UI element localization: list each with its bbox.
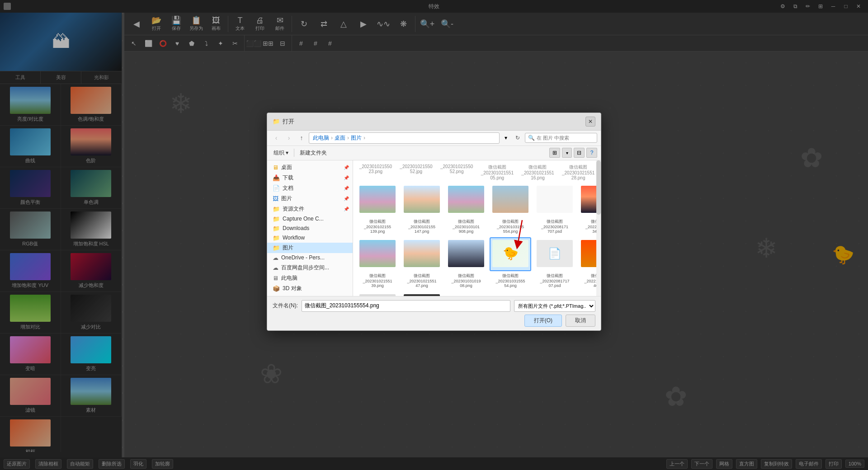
tree-item-thispc[interactable]: 🖥 此电脑	[267, 273, 353, 283]
tree-item-desktop[interactable]: 🖥 桌面 📌	[267, 162, 353, 173]
dialog-titlebar: 📁 打开 ✕	[267, 113, 601, 131]
tree-icon-onedrive: ☁	[273, 254, 278, 261]
tree-item-pictures-folder[interactable]: 📁 图片	[267, 243, 353, 253]
tree-icon-pictures: 🖼	[273, 195, 278, 202]
nav-path-bar: 此电脑 › 桌面 › 图片 ›	[309, 132, 500, 144]
file-header-3: _20230102155052.png	[438, 164, 476, 180]
tree-pin-desktop: 📌	[344, 165, 349, 170]
tree-item-captureone[interactable]: 📁 Capture One C...	[267, 214, 353, 224]
file-thumb-14: ⌨	[404, 294, 440, 296]
tree-item-pictures[interactable]: 🖼 图片 📌	[267, 193, 353, 204]
tree-icon-downloads-folder: 📁	[273, 225, 280, 232]
dialog-title-text: 打开	[283, 118, 294, 126]
tree-item-downloads-folder[interactable]: 📁 Downloads	[267, 224, 353, 233]
nav-back-btn[interactable]: ‹	[271, 132, 282, 143]
path-pictures[interactable]: 图片	[351, 134, 362, 142]
file-header-6: 微信截图_20230102155128.png	[559, 164, 597, 180]
tree-label-baidu: 百度网盘同步空间...	[281, 264, 329, 272]
file-thumb-4	[492, 186, 528, 213]
tree-item-3d[interactable]: 📦 3D 对象	[267, 283, 353, 294]
file-item-13[interactable]: 🖼	[357, 291, 398, 296]
file-label-r2-5: 微信截图_20230208171707.psd	[534, 273, 576, 288]
tree-item-documents[interactable]: 📄 文档 📌	[267, 183, 353, 193]
dialog-bottom: 文件名(N): 所有图片文件 (*.pfd;*.PTImag... 打开(O) …	[267, 296, 601, 330]
organize-btn[interactable]: 组织 ▾	[271, 148, 291, 158]
tree-icon-desktop: 🖥	[273, 164, 278, 171]
dialog-navbar: ‹ › ↑ 此电脑 › 桌面 › 图片 › ▾ ↻ 🔍	[267, 131, 601, 146]
tree-item-onedrive[interactable]: ☁ OneDrive - Pers...	[267, 253, 353, 263]
tree-icon-video: 📹	[273, 296, 280, 296]
file-item-10-selected[interactable]: 🐤	[490, 237, 531, 271]
file-label-r2-1: 微信截图_20230102155139.png	[357, 273, 398, 288]
dialog-files-panel: _20230102155023.png _20230102155052.jpg …	[353, 160, 601, 296]
cancel-btn[interactable]: 取消	[566, 315, 595, 327]
search-input[interactable]	[537, 135, 594, 141]
file-item-11[interactable]: 📄	[534, 237, 576, 271]
search-box[interactable]: 🔍	[525, 133, 597, 143]
file-item-14[interactable]: ⌨	[401, 291, 443, 296]
tree-icon-downloads: 📥	[273, 174, 280, 181]
tree-pin-resources: 📌	[344, 207, 349, 212]
tree-label-resources: 资源文件	[283, 205, 304, 213]
file-thumb-11: 📄	[537, 240, 573, 267]
tree-item-workflow[interactable]: 📁 Workflow	[267, 233, 353, 243]
file-item-7[interactable]	[357, 237, 398, 271]
tree-icon-resources: 📁	[273, 206, 280, 212]
filetype-select[interactable]: 所有图片文件 (*.pfd;*.PTImag...	[514, 300, 595, 312]
path-dropdown-btn[interactable]: ▾	[501, 132, 510, 143]
dialog-tree-panel: 🖥 桌面 📌 📥 下载 📌 📄 文档 📌 🖼 图片 📌	[267, 160, 353, 296]
tree-label-video: 视频	[283, 295, 293, 296]
scrollbar-track	[596, 160, 601, 296]
help-btn[interactable]: ?	[586, 148, 597, 158]
file-label-r1-3: 微信截图_20230103101908.png	[445, 219, 487, 234]
tree-label-workflow: Workflow	[283, 235, 305, 241]
filename-input[interactable]	[302, 300, 510, 312]
tree-item-baidu[interactable]: ☁ 百度网盘同步空间...	[267, 263, 353, 273]
tree-icon-thispc: 🖥	[273, 275, 278, 282]
view-icon-btn[interactable]: ⊞	[549, 148, 560, 158]
nav-up-btn[interactable]: ↑	[296, 132, 307, 143]
tree-icon-pictures-folder: 📁	[273, 244, 280, 251]
file-item-9[interactable]	[445, 237, 487, 271]
file-thumb-8	[404, 240, 440, 267]
tree-icon-captureone: 📁	[273, 216, 280, 222]
file-item-5[interactable]	[534, 183, 576, 217]
tree-item-downloads[interactable]: 📥 下载 📌	[267, 173, 353, 183]
yellow-character: 🐤	[503, 246, 519, 261]
view-details-btn[interactable]: ⊟	[574, 148, 585, 158]
file-header-1: _20230102155023.png	[357, 164, 395, 180]
new-folder-btn[interactable]: 新建文件夹	[297, 148, 330, 158]
tree-label-documents: 文档	[283, 184, 293, 192]
tree-item-resources[interactable]: 📁 资源文件 📌	[267, 204, 353, 214]
path-computer[interactable]: 此电脑	[313, 134, 329, 142]
tree-label-downloads-folder: Downloads	[283, 225, 309, 231]
open-confirm-btn[interactable]: 打开(O)	[524, 315, 562, 327]
file-item-1[interactable]	[357, 183, 398, 217]
tree-label-pictures-folder: 图片	[283, 244, 293, 252]
tree-label-downloads: 下载	[283, 174, 293, 182]
file-thumb-13: 🖼	[359, 294, 396, 296]
file-open-dialog: 📁 打开 ✕ ‹ › ↑ 此电脑 › 桌面 › 图片 › ▾ ↻ 🔍	[267, 113, 601, 331]
path-desktop[interactable]: 桌面	[335, 134, 345, 142]
file-item-2[interactable]	[401, 183, 443, 217]
files-grid: 微信截图_20230102155139.png 微信截图_20230102155…	[357, 183, 597, 296]
file-item-3[interactable]	[445, 183, 487, 217]
scrollbar-thumb[interactable]	[596, 160, 601, 215]
path-sep1: ›	[331, 135, 333, 141]
dialog-close-btn[interactable]: ✕	[585, 117, 595, 127]
nav-refresh-btn[interactable]: ↻	[512, 132, 523, 143]
file-thumb-7	[359, 240, 396, 267]
file-header-2: _20230102155052.jpg	[397, 164, 435, 180]
filename-label: 文件名(N):	[273, 302, 298, 310]
tree-item-video[interactable]: 📹 视频	[267, 294, 353, 296]
file-item-8[interactable]	[401, 237, 443, 271]
tree-label-pictures: 图片	[281, 195, 292, 202]
tree-icon-workflow: 📁	[273, 235, 280, 241]
dialog-body: 🖥 桌面 📌 📥 下载 📌 📄 文档 📌 🖼 图片 📌	[267, 160, 601, 296]
filename-row: 文件名(N): 所有图片文件 (*.pfd;*.PTImag...	[273, 300, 595, 312]
nav-forward-btn[interactable]: ›	[283, 132, 294, 143]
view-list-btn[interactable]: ▾	[562, 148, 572, 158]
file-label-r2-3: 微信截图_20230103101908.png	[445, 273, 487, 288]
path-sep3: ›	[363, 135, 365, 141]
file-item-4[interactable]	[490, 183, 531, 217]
